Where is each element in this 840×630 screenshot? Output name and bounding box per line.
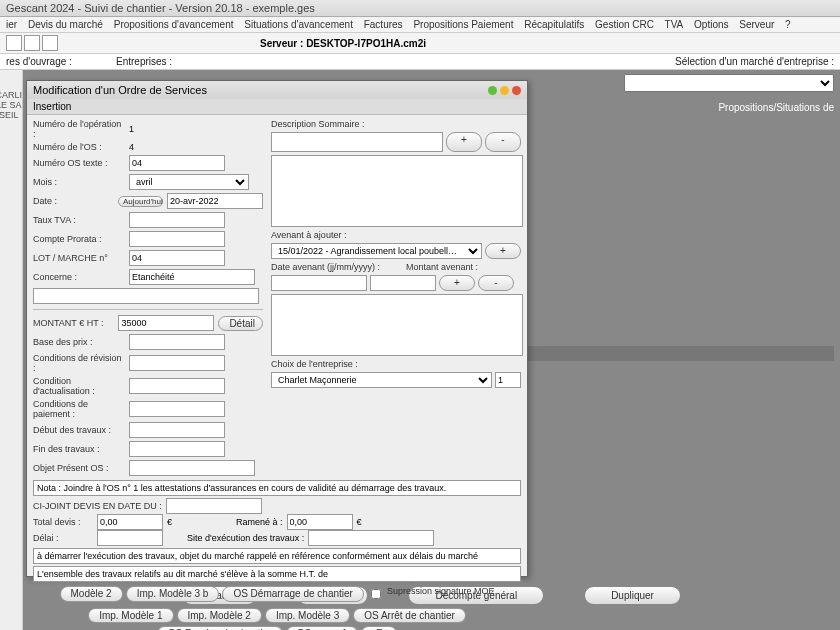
imp-modele3b-button[interactable]: Imp. Modèle 3 b <box>126 586 220 602</box>
label: Mois : <box>33 177 125 187</box>
label: Date : <box>33 196 114 206</box>
debut-input[interactable] <box>129 422 225 438</box>
choix-label: Choix de l'entreprise : <box>271 359 521 369</box>
label: Délai : <box>33 533 93 543</box>
objet-input[interactable] <box>129 460 255 476</box>
toolbar-icon[interactable] <box>24 35 40 51</box>
menu-item[interactable]: Serveur <box>739 19 774 30</box>
toolbar-icon[interactable] <box>6 35 22 51</box>
date-input[interactable] <box>167 193 263 209</box>
imp-modele2-button[interactable]: Imp. Modèle 2 <box>177 608 262 623</box>
label: Condition d'actualisation : <box>33 376 125 396</box>
montant-input[interactable] <box>118 315 214 331</box>
header-ouvrage: res d'ouvrage : <box>6 56 116 67</box>
label: Compte Prorata : <box>33 234 125 244</box>
menubar: ier Devis du marché Propositions d'avanc… <box>0 17 840 33</box>
menu-item[interactable]: ier <box>6 19 17 30</box>
imp-modele1-button[interactable]: Imp. Modèle 1 <box>88 608 173 623</box>
modal-subtitle: Insertion <box>27 99 527 115</box>
label: Ramené à : <box>236 517 283 527</box>
toolbar: Serveur : DESKTOP-I7PO1HA.cm2i <box>0 33 840 54</box>
label: Date avenant (jj/mm/yyyy) : <box>271 262 380 272</box>
plus-button[interactable]: + <box>446 132 482 152</box>
minus-button[interactable]: - <box>485 132 521 152</box>
label: Taux TVA : <box>33 215 125 225</box>
cond-rev-input[interactable] <box>129 355 225 371</box>
label: CI-JOINT DEVIS EN DATE DU : <box>33 501 162 511</box>
os-reprise-button[interactable]: OS Reprise de chantier <box>157 626 283 630</box>
e-button[interactable]: E <box>361 626 397 630</box>
menu-item[interactable]: Options <box>694 19 728 30</box>
aujourdhui-button[interactable]: Aujourd'hui <box>118 196 163 207</box>
label: Total devis : <box>33 517 93 527</box>
header-row: res d'ouvrage : Entreprises : Sélection … <box>0 54 840 70</box>
fin-input[interactable] <box>129 441 225 457</box>
toolbar-icon[interactable] <box>42 35 58 51</box>
label: Début des travaux : <box>33 425 125 435</box>
concerne-extra-input[interactable] <box>33 288 259 304</box>
plus-button[interactable]: + <box>439 275 475 291</box>
server-label: Serveur : DESKTOP-I7PO1HA.cm2i <box>260 38 426 49</box>
label: Supression signature MOE <box>387 586 495 602</box>
label: Numéro de l'OS : <box>33 142 125 152</box>
cond-act-input[interactable] <box>129 378 225 394</box>
props-label: Propositions/Situations de <box>718 102 834 113</box>
ramene-input[interactable] <box>287 514 353 530</box>
avenant-select[interactable]: 15/01/2022 - Agrandissement local poubel… <box>271 243 482 259</box>
os-demarrage-button[interactable]: OS Démarrage de chantier <box>222 586 364 602</box>
menu-item[interactable]: Devis du marché <box>28 19 103 30</box>
menu-item[interactable]: Propositions d'avancement <box>114 19 234 30</box>
label: Base des prix : <box>33 337 125 347</box>
supp-checkbox[interactable] <box>371 589 381 599</box>
entreprise-num[interactable] <box>495 372 521 388</box>
mois-select[interactable]: avril <box>129 174 249 190</box>
os-texte-input[interactable] <box>129 155 225 171</box>
label: MONTANT € HT : <box>33 318 114 328</box>
label: Objet Présent OS : <box>33 463 125 473</box>
marche-select[interactable] <box>624 74 834 92</box>
dupliquer-button[interactable]: Dupliquer <box>584 586 681 605</box>
site-input[interactable] <box>308 530 434 546</box>
os-arret-button[interactable]: OS Arrêt de chantier <box>353 608 466 623</box>
desc-input[interactable] <box>271 132 443 152</box>
desc-label: Description Sommaire : <box>271 119 521 129</box>
menu-item[interactable]: Propositions Paiement <box>413 19 513 30</box>
base-input[interactable] <box>129 334 225 350</box>
avenant-label: Avenant à ajouter : <box>271 230 521 240</box>
cond-pai-input[interactable] <box>129 401 225 417</box>
window-title: Gescant 2024 - Suivi de chantier - Versi… <box>0 0 840 17</box>
demarrer-text: à démarrer l'exécution des travaux, obje… <box>33 548 521 564</box>
plus-button[interactable]: + <box>485 243 521 259</box>
lot-input[interactable] <box>129 250 225 266</box>
label: Numéro de l'opération : <box>33 119 125 139</box>
menu-item[interactable]: Récapitulatifs <box>524 19 584 30</box>
left-strip: CARLI LE SA SEIL rise d' RLET A CH <box>0 70 23 630</box>
label: Fin des travaux : <box>33 444 125 454</box>
compte-input[interactable] <box>129 231 225 247</box>
tva-input[interactable] <box>129 212 225 228</box>
imp-modele3-button[interactable]: Imp. Modèle 3 <box>265 608 350 623</box>
menu-item[interactable]: Situations d'avancement <box>244 19 353 30</box>
os-perso-button[interactable]: OS perso 1 <box>286 626 359 630</box>
detail-button[interactable]: Détail <box>218 316 263 331</box>
total-input[interactable] <box>97 514 163 530</box>
avenant-area[interactable] <box>271 294 523 356</box>
montant-avenant-input[interactable] <box>370 275 436 291</box>
menu-item[interactable]: TVA <box>665 19 684 30</box>
date-avenant-input[interactable] <box>271 275 367 291</box>
concerne-input[interactable] <box>129 269 255 285</box>
minimize-icon[interactable] <box>488 86 497 95</box>
minus-button[interactable]: - <box>478 275 514 291</box>
delai-input[interactable] <box>97 530 163 546</box>
menu-item[interactable]: ? <box>785 19 791 30</box>
desc-area[interactable] <box>271 155 523 227</box>
value: 1 <box>129 124 134 134</box>
menu-item[interactable]: Gestion CRC <box>595 19 654 30</box>
cijoint-input[interactable] <box>166 498 262 514</box>
maximize-icon[interactable] <box>500 86 509 95</box>
label: Conditions de paiement : <box>33 399 125 419</box>
menu-item[interactable]: Factures <box>364 19 403 30</box>
close-icon[interactable] <box>512 86 521 95</box>
entreprise-select[interactable]: Charlet Maçonnerie <box>271 372 492 388</box>
modele2-button[interactable]: Modèle 2 <box>60 586 123 602</box>
